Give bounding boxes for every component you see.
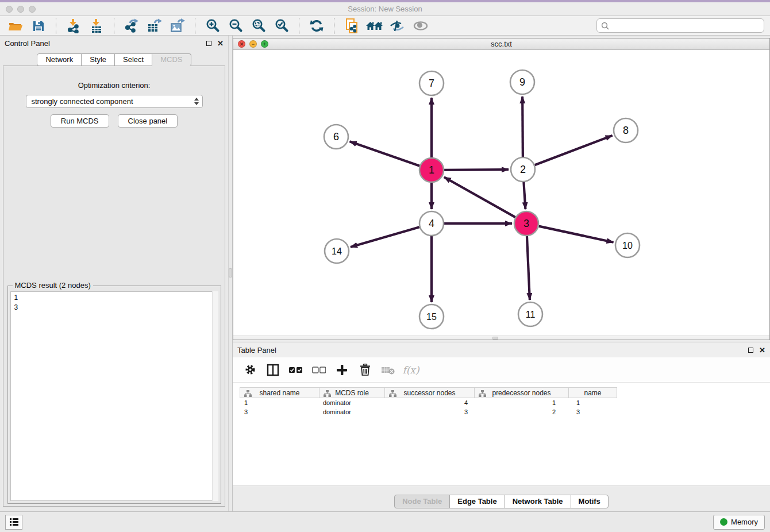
- table-cell: dominator: [319, 399, 386, 406]
- duplicate-network-icon: [344, 18, 359, 34]
- deselect-all-button[interactable]: [312, 363, 326, 377]
- criterion-dropdown[interactable]: strongly connected component: [26, 95, 203, 108]
- mcds-result-scrollbar[interactable]: [212, 291, 218, 501]
- column-header-successor-nodes[interactable]: successor nodes: [384, 387, 475, 398]
- close-panel-icon[interactable]: ✕: [759, 346, 765, 354]
- network-hscroll-handle[interactable]: [492, 337, 498, 340]
- column-header-predecessor-nodes[interactable]: predecessor nodes: [474, 387, 569, 398]
- open-session-button[interactable]: [6, 17, 25, 34]
- mcds-result-groupbox: MCDS result (2 nodes) 1 3: [7, 286, 221, 504]
- show-columns-button[interactable]: [266, 363, 280, 377]
- column-type-icon: [479, 390, 486, 397]
- toolbar-separator: [334, 18, 334, 34]
- graph-edge-3-11[interactable]: [527, 236, 530, 300]
- float-panel-icon[interactable]: [748, 348, 753, 353]
- tab-edge-table[interactable]: Edge Table: [449, 495, 505, 508]
- import-network-button[interactable]: [64, 17, 83, 34]
- column-header-shared-name[interactable]: shared name: [240, 387, 319, 398]
- graph-edge-3-10[interactable]: [539, 226, 614, 242]
- column-header-label: successor nodes: [403, 389, 455, 397]
- graph-edge-1-6[interactable]: [350, 142, 420, 166]
- unchecked-boxes-icon: [312, 367, 326, 373]
- save-icon: [32, 19, 45, 33]
- network-window-title: scc.txt: [233, 40, 769, 48]
- tab-mcds[interactable]: MCDS: [152, 53, 191, 66]
- graph-node-label-8: 8: [623, 125, 629, 136]
- column-header-name[interactable]: name: [568, 387, 617, 398]
- tab-network[interactable]: Network: [37, 53, 82, 66]
- close-view-button[interactable]: ✕: [238, 40, 245, 48]
- table-toolbar: f(x): [233, 357, 770, 383]
- window-title: Session: New Session: [0, 5, 770, 13]
- table-cell: 3: [386, 408, 476, 415]
- houses-icon: [365, 19, 384, 33]
- refresh-layout-button[interactable]: [307, 17, 326, 34]
- column-type-icon: [324, 390, 331, 397]
- tab-network-table[interactable]: Network Table: [505, 495, 571, 508]
- hide-selected-button[interactable]: [388, 17, 407, 34]
- tab-style[interactable]: Style: [81, 53, 115, 66]
- refresh-icon: [309, 18, 324, 33]
- zoom-in-button[interactable]: [203, 17, 222, 34]
- delete-column-button[interactable]: [358, 363, 372, 377]
- duplicate-network-button[interactable]: [342, 17, 361, 34]
- table-panel-title: Table Panel: [237, 346, 276, 354]
- export-network-button[interactable]: [122, 17, 141, 34]
- create-column-button[interactable]: [335, 363, 349, 377]
- graph-node-label-9: 9: [519, 76, 525, 88]
- status-bar: Memory: [0, 511, 770, 532]
- graph-edge-4-14[interactable]: [351, 228, 419, 248]
- tab-node-table[interactable]: Node Table: [394, 495, 450, 508]
- splitter-handle[interactable]: [229, 268, 232, 277]
- import-table-button[interactable]: [87, 17, 106, 34]
- export-table-icon: [147, 18, 163, 33]
- network-hscrollbar[interactable]: [233, 336, 769, 340]
- control-panel: Control Panel ✕ NetworkStyleSelectMCDS O…: [0, 36, 228, 511]
- trash-icon: [360, 364, 371, 376]
- export-image-button[interactable]: [168, 17, 187, 34]
- checked-boxes-icon: [289, 367, 303, 373]
- memory-button[interactable]: Memory: [713, 515, 765, 530]
- table-panel: Table Panel ✕: [233, 342, 770, 511]
- minimize-view-button[interactable]: −: [249, 40, 257, 48]
- list-icon: [9, 518, 19, 526]
- tab-select[interactable]: Select: [114, 53, 152, 66]
- column-type-icon: [244, 390, 252, 397]
- node-table: shared nameMCDS rolesuccessor nodesprede…: [233, 383, 770, 485]
- column-header-MCDS-role[interactable]: MCDS role: [319, 387, 385, 398]
- graph-edge-2-9[interactable]: [522, 97, 523, 157]
- zoom-selected-button[interactable]: [272, 17, 291, 34]
- table-settings-button[interactable]: [243, 363, 257, 377]
- table-row[interactable]: 3dominator323: [240, 407, 619, 417]
- graph-edge-1-2[interactable]: [444, 170, 509, 171]
- table-cell: 1: [240, 399, 319, 406]
- select-all-button[interactable]: [289, 363, 303, 377]
- show-all-button[interactable]: [411, 17, 430, 34]
- graph-edge-2-3[interactable]: [523, 182, 525, 209]
- first-neighbors-button[interactable]: [365, 17, 384, 34]
- search-input[interactable]: [612, 21, 760, 30]
- plus-icon: [336, 364, 348, 376]
- graph-edge-3-1[interactable]: [444, 178, 515, 218]
- table-row[interactable]: 1dominator411: [240, 398, 619, 407]
- export-network-icon: [124, 18, 139, 33]
- mcds-result-textarea[interactable]: 1 3: [10, 291, 218, 501]
- zoom-out-button[interactable]: [226, 17, 245, 34]
- network-canvas[interactable]: 7968124314101511: [233, 50, 769, 336]
- save-session-button[interactable]: [29, 17, 48, 34]
- table-panel-header: Table Panel ✕: [233, 342, 770, 357]
- zoom-fit-button[interactable]: [249, 17, 268, 34]
- task-history-button[interactable]: [5, 515, 22, 530]
- network-window-titlebar[interactable]: ✕−+ scc.txt: [233, 38, 769, 50]
- export-table-button[interactable]: [145, 17, 164, 34]
- zoom-fit-icon: [251, 18, 266, 33]
- run-mcds-button[interactable]: Run MCDS: [51, 114, 109, 128]
- vertical-splitter[interactable]: [228, 36, 233, 511]
- close-panel-icon[interactable]: ✕: [217, 40, 224, 47]
- maximize-view-button[interactable]: +: [261, 40, 268, 48]
- tab-motifs[interactable]: Motifs: [571, 495, 609, 508]
- graph-edge-2-8[interactable]: [535, 136, 613, 165]
- memory-status-dot: [720, 518, 727, 526]
- float-panel-icon[interactable]: [206, 41, 211, 46]
- close-panel-button[interactable]: Close panel: [118, 114, 178, 128]
